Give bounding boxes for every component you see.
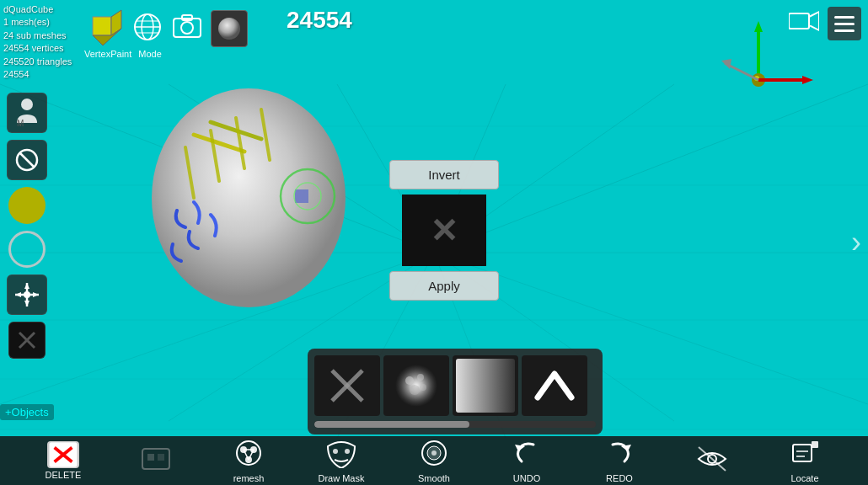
svg-point-66 bbox=[405, 376, 414, 385]
apply-button[interactable]: Apply bbox=[389, 271, 499, 301]
screenshot-icon-btn[interactable] bbox=[172, 12, 202, 45]
svg-point-69 bbox=[420, 384, 426, 391]
svg-line-91 bbox=[699, 447, 726, 471]
svg-point-46 bbox=[24, 291, 30, 298]
globe-icon-btn[interactable] bbox=[131, 11, 163, 46]
left-toolbar: M bbox=[7, 93, 47, 359]
brush-progress-bar[interactable] bbox=[314, 421, 596, 428]
orientation-gizmo bbox=[699, 17, 817, 101]
hamburger-line-1 bbox=[834, 16, 855, 19]
svg-marker-33 bbox=[754, 21, 763, 32]
remesh-button[interactable]: remesh bbox=[223, 438, 274, 483]
misc-svg-icon bbox=[141, 445, 171, 472]
delete-button[interactable]: DELETE bbox=[38, 441, 88, 480]
mesh-count: 1 mesh(es) bbox=[3, 16, 72, 29]
remesh-icon bbox=[232, 438, 265, 472]
screenshot-icon bbox=[172, 12, 202, 42]
objects-button[interactable]: +Objects bbox=[0, 404, 54, 420]
invert-button[interactable]: Invert bbox=[389, 160, 499, 189]
character-tool-btn[interactable]: M bbox=[7, 93, 47, 133]
scene-info: dQuadCube 1 mesh(es) 24 sub meshes 24554… bbox=[3, 3, 72, 81]
sphere-icon bbox=[216, 15, 243, 42]
chevron-brush-icon bbox=[533, 364, 576, 408]
draw-mask-icon bbox=[324, 438, 358, 472]
vertex-paint-mode-label: VertexPaint Mode bbox=[84, 49, 162, 59]
svg-rect-75 bbox=[158, 454, 164, 461]
cross-tool-btn[interactable] bbox=[8, 322, 46, 359]
globe-icon bbox=[131, 11, 163, 43]
brush-item-chevron[interactable] bbox=[522, 355, 587, 416]
hamburger-menu-button[interactable] bbox=[828, 7, 861, 40]
model-svg bbox=[126, 67, 379, 337]
locate-svg-icon bbox=[788, 438, 822, 468]
svg-point-67 bbox=[417, 374, 424, 381]
color-dot-yellow[interactable] bbox=[8, 187, 46, 224]
sphere-thumbnail bbox=[211, 10, 248, 47]
no-tool-btn[interactable] bbox=[7, 140, 47, 180]
draw-mask-button[interactable]: Draw Mask bbox=[316, 438, 367, 483]
svg-rect-74 bbox=[147, 454, 154, 461]
brush-progress-fill bbox=[314, 421, 469, 428]
svg-point-84 bbox=[345, 449, 350, 454]
eye-svg-icon bbox=[695, 444, 729, 474]
svg-line-6 bbox=[434, 84, 868, 253]
locate-icon bbox=[788, 438, 822, 472]
move-icon bbox=[13, 281, 40, 308]
misc-icon-btn[interactable] bbox=[131, 445, 181, 476]
svg-marker-50 bbox=[33, 292, 39, 297]
brush-item-cross[interactable] bbox=[314, 355, 380, 416]
redo-button[interactable]: REDO bbox=[594, 438, 645, 483]
brush-preview-square: ✕ bbox=[402, 195, 486, 266]
svg-text:M: M bbox=[17, 119, 24, 128]
brush-item-gradient[interactable] bbox=[453, 355, 518, 416]
smooth-svg-icon bbox=[417, 438, 451, 468]
hamburger-line-3 bbox=[834, 29, 855, 32]
brush-cross-icon: ✕ bbox=[430, 214, 458, 248]
svg-point-62 bbox=[294, 183, 321, 210]
svg-point-83 bbox=[333, 449, 338, 454]
svg-marker-48 bbox=[24, 301, 29, 306]
smooth-icon bbox=[417, 438, 451, 472]
x-icon bbox=[17, 330, 37, 350]
slash-circle-icon bbox=[15, 148, 39, 172]
mask-svg-icon bbox=[324, 438, 358, 468]
hamburger-line-2 bbox=[834, 23, 855, 25]
sub-mesh-count: 24 sub meshes bbox=[3, 29, 72, 42]
svg-rect-93 bbox=[812, 441, 818, 448]
gradient-brush-preview bbox=[456, 359, 515, 413]
remesh-svg-icon bbox=[232, 438, 265, 468]
right-nav-button[interactable]: › bbox=[851, 225, 861, 260]
brush-palette bbox=[308, 349, 603, 434]
delete-icon bbox=[47, 441, 79, 468]
bottom-toolbar: DELETE remesh bbox=[0, 436, 868, 485]
smooth-button[interactable]: Smooth bbox=[409, 438, 459, 483]
vertex-counter-display: 24554 bbox=[287, 7, 352, 34]
svg-marker-39 bbox=[721, 59, 731, 69]
svg-marker-37 bbox=[802, 76, 813, 84]
undo-icon bbox=[510, 438, 544, 472]
vertex-count: 24554 vertices bbox=[3, 42, 72, 55]
svg-marker-49 bbox=[15, 292, 21, 297]
move-tool-btn[interactable] bbox=[7, 274, 47, 315]
svg-point-68 bbox=[410, 385, 420, 395]
gizmo-svg bbox=[699, 17, 817, 101]
undo-button[interactable]: UNDO bbox=[501, 438, 552, 483]
locate-button[interactable]: Locate bbox=[780, 438, 830, 483]
3d-model-area[interactable] bbox=[126, 67, 421, 362]
svg-point-87 bbox=[431, 450, 437, 456]
svg-point-29 bbox=[218, 18, 240, 40]
brush-item-noise[interactable] bbox=[383, 355, 449, 416]
svg-rect-73 bbox=[142, 449, 169, 469]
cube-icon bbox=[83, 7, 123, 47]
brush-items-row bbox=[314, 355, 596, 416]
svg-point-27 bbox=[181, 22, 193, 34]
eye-icon bbox=[695, 444, 729, 477]
extra-count: 24554 bbox=[3, 68, 72, 81]
ring-tool-btn[interactable] bbox=[8, 231, 46, 268]
hide-button[interactable] bbox=[687, 444, 737, 477]
misc-icon bbox=[141, 445, 171, 476]
cube-icon-btn[interactable] bbox=[83, 7, 123, 51]
redo-icon bbox=[603, 438, 636, 472]
cross-brush-icon bbox=[329, 367, 366, 404]
mesh-name: dQuadCube bbox=[3, 3, 72, 16]
